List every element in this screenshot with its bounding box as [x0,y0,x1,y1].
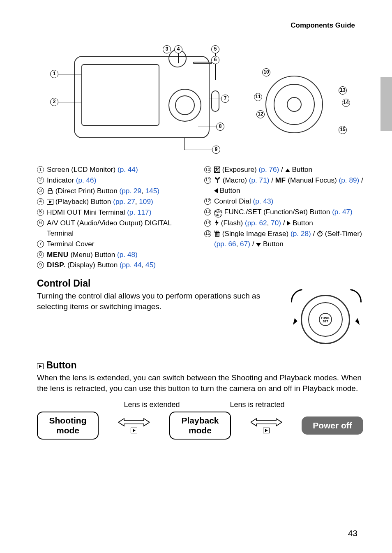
item-body: FUNC.SET FUNC./SET (Function/Set) Button… [214,207,363,217]
page-ref-link[interactable]: (p. 28) [291,229,311,238]
item-body: A/V OUT (Audio/Video Output) DIGITAL Ter… [47,218,196,238]
item-body: Control Dial (p. 43) [214,196,363,206]
svg-rect-0 [48,191,52,193]
component-item-6: 6A/V OUT (Audio/Video Output) DIGITAL Te… [37,218,196,238]
shooting-mode-box: Shootingmode [37,412,99,440]
label-lens-extended: Lens is extended [124,400,180,409]
page-ref-link[interactable]: (p. 43) [253,197,274,205]
power-off-box: Power off [302,416,363,435]
page-ref-link[interactable]: (pp. 44 [120,261,142,269]
item-number: 2 [37,177,44,184]
item-body: (Macro) (p. 71) / MF (Manual Focus) (p. … [214,175,363,196]
item-number: 3 [37,187,44,194]
callout-6: 6 [211,56,219,64]
mode-transition-diagram: Lens is extended Lens is retracted Shoot… [37,400,363,454]
callout-8: 8 [216,123,224,131]
page-ref-link[interactable]: (p. 47) [332,208,353,216]
page-ref-link[interactable]: (pp. 29 [119,187,141,195]
callout-10: 10 [262,68,270,76]
component-item-9: 9DISP. (Display) Button (pp. 44, 45) [37,260,196,270]
page-ref-link[interactable]: (p. 89) [339,176,360,184]
component-item-5: 5HDMI OUT Mini Terminal (p. 117) [37,207,196,217]
component-item-2: 2Indicator (p. 46) [37,175,196,185]
playback-icon [37,363,44,369]
playback-button-heading: Button [37,360,363,371]
page-ref-link[interactable]: (p. 48) [117,250,138,259]
playback-icon [263,428,270,433]
item-body: Terminal Cover [47,239,196,249]
svg-marker-18 [251,419,282,426]
page-ref-link[interactable]: (pp. 62 [245,219,267,227]
item-body: DISP. (Display) Button (pp. 44, 45) [47,260,196,270]
components-diagram: 1 2 3 4 5 6 7 8 9 10 11 12 13 14 15 [37,45,363,164]
callout-9: 9 [212,146,220,154]
item-number: 6 [37,220,44,227]
callout-11: 11 [254,93,262,101]
svg-line-16 [322,231,323,232]
page-ref-link[interactable]: 109 [139,197,151,206]
component-item-10: 10 (Exposure) (p. 76) / Button [204,164,363,175]
item-body: MENU (Menu) Button (p. 48) [47,250,196,260]
page-ref-link[interactable]: ) [153,261,156,269]
page-ref-link[interactable]: 67 [240,240,248,248]
page-ref-link[interactable]: (p. 117) [127,208,151,216]
component-item-7: 7Terminal Cover [37,239,196,249]
item-number: 4 [37,198,44,205]
item-number: 1 [37,166,44,173]
page-ref-link[interactable]: 45 [145,261,153,269]
label-lens-retracted: Lens is retracted [230,400,284,409]
item-body: (Flash) (pp. 62, 70) / Button [214,218,363,228]
callout-2: 2 [50,98,58,106]
callout-1: 1 [50,70,58,78]
component-item-8: 8MENU (Menu) Button (p. 48) [37,250,196,260]
svg-marker-6 [215,220,219,226]
item-body: HDMI OUT Mini Terminal (p. 117) [47,207,196,217]
page-ref-link[interactable]: ) [151,197,153,206]
page-ref-link[interactable]: 70 [271,219,279,227]
page-header-title: Components Guide [291,21,355,30]
item-number: 14 [204,220,211,227]
component-item-14: 14 (Flash) (pp. 62, 70) / Button [204,218,363,228]
callout-5: 5 [211,45,219,53]
page-number: 43 [348,528,357,538]
item-body: (Single Image Erase) (p. 28) / (Self-Tim… [214,229,363,249]
page-edge-tab [380,77,392,131]
item-number: 11 [204,177,211,184]
item-number: 13 [204,208,211,215]
page-ref-link[interactable]: ) [157,187,159,195]
page-ref-link[interactable]: (p. 46) [76,176,97,184]
item-number: 12 [204,198,211,205]
control-dial-text: Turning the control dial allows you to p… [37,291,277,312]
item-body: Indicator (p. 46) [47,175,196,185]
control-dial-heading: Control Dial [37,278,363,289]
page-ref-link[interactable]: (p. 76) [259,165,279,174]
component-item-15: 15 (Single Image Erase) (p. 28) / (Self-… [204,229,363,249]
item-number: 8 [37,251,44,258]
page-ref-link[interactable]: (pp. 27 [113,197,135,206]
item-body: (Exposure) (p. 76) / Button [214,164,363,175]
item-body: (Playback) Button (pp. 27, 109) [47,197,196,207]
page-ref-link[interactable]: (pp. 66 [214,240,236,248]
callout-4: 4 [174,45,182,53]
playback-icon [131,428,137,433]
callout-12: 12 [256,110,265,118]
callout-14: 14 [342,99,350,107]
page-ref-link[interactable]: (p. 44) [118,165,138,174]
item-number: 7 [37,241,44,248]
components-list: 1Screen (LCD Monitor) (p. 44)2Indicator … [37,164,363,271]
playback-mode-box: Playbackmode [169,412,231,440]
item-number: 10 [204,166,211,173]
playback-button-heading-text: Button [44,360,76,370]
item-body: (Direct Print) Button (pp. 29, 145) [47,186,196,196]
control-dial-illustration: FUNC.SET [289,291,363,352]
svg-marker-17 [118,419,150,426]
component-item-13: 13FUNC.SET FUNC./SET (Function/Set) Butt… [204,207,363,217]
svg-rect-12 [216,231,218,232]
component-item-4: 4 (Playback) Button (pp. 27, 109) [37,197,196,207]
page-ref-link[interactable]: 145 [145,187,157,195]
item-number: 9 [37,261,44,268]
page-ref-link[interactable]: (p. 71) [249,176,270,184]
callout-7: 7 [221,95,229,103]
component-item-12: 12Control Dial (p. 43) [204,196,363,206]
component-item-3: 3 (Direct Print) Button (pp. 29, 145) [37,186,196,196]
